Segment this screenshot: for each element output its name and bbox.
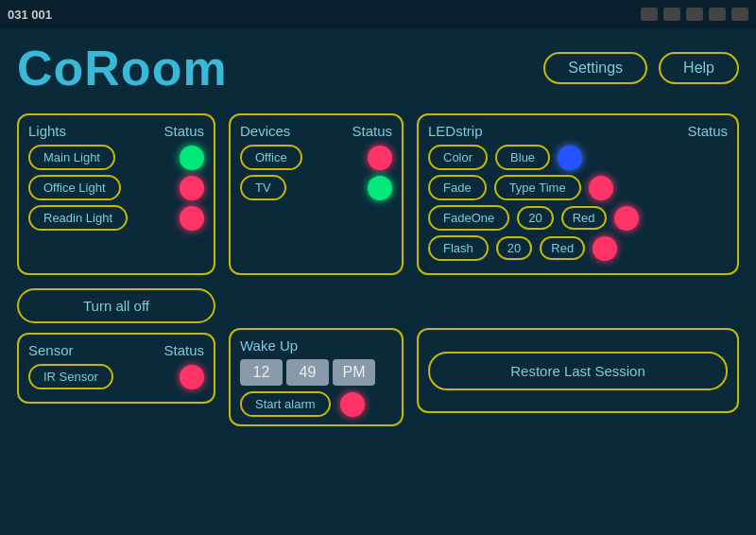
ir-sensor-dot [180, 365, 204, 389]
start-alarm-dot [340, 392, 365, 417]
header-buttons: Settings Help [543, 52, 739, 84]
sensor-title: Sensor [28, 342, 74, 358]
restore-session-button[interactable]: Restore Last Session [428, 352, 728, 390]
led-color-dot [558, 146, 582, 170]
lights-title: Lights [28, 123, 66, 139]
devices-panel: Devices Status Office TV [229, 113, 404, 275]
led-fadeone-dot [614, 206, 639, 231]
top-panels-row: Lights Status Main Light Office Light Re… [17, 113, 739, 275]
title-bar-icons [641, 8, 748, 21]
app-title: CoRoom [17, 40, 228, 96]
sensor-panel: Sensor Status IR Sensor [17, 333, 215, 404]
right-bottom: Restore Last Session [417, 285, 739, 413]
devices-panel-header: Devices Status [240, 123, 392, 139]
help-button[interactable]: Help [659, 52, 739, 84]
lights-panel-header: Lights Status [28, 123, 204, 139]
devices-row-1: Office [240, 145, 392, 170]
devices-row-2: TV [240, 175, 392, 200]
sensor-panel-header: Sensor Status [28, 342, 204, 358]
start-alarm-button[interactable]: Start alarm [240, 391, 331, 417]
tv-device-button[interactable]: TV [240, 175, 286, 200]
office-device-button[interactable]: Office [240, 145, 302, 170]
led-flash-row: Flash 20 Red [428, 235, 728, 261]
settings-button[interactable]: Settings [543, 52, 647, 84]
sensor-status-label: Status [163, 342, 204, 358]
led-flash-button[interactable]: Flash [428, 235, 489, 261]
led-fadeone-row: FadeOne 20 Red [428, 205, 728, 231]
led-color-value-button[interactable]: Blue [495, 145, 550, 170]
led-color-row: Color Blue [428, 145, 728, 170]
time-inputs [240, 359, 392, 386]
lights-row-3: Readin Light [28, 205, 204, 231]
restore-panel: Restore Last Session [417, 328, 739, 413]
middle-bottom: Wake Up Start alarm [229, 285, 404, 426]
turn-all-off-button[interactable]: Turn all off [17, 288, 215, 323]
led-fade-row: Fade Type Time [428, 175, 728, 200]
left-bottom: Turn all off Sensor Status IR Sensor [17, 285, 215, 404]
lights-status-label: Status [163, 123, 204, 139]
main-area: CoRoom Settings Help Lights Status Main … [0, 28, 756, 438]
header-row: CoRoom Settings Help [17, 40, 739, 96]
led-flash-color-button[interactable]: Red [540, 236, 585, 260]
office-light-dot [180, 176, 204, 200]
led-panel-header: LEDstrip Status [428, 123, 728, 139]
sensor-row-1: IR Sensor [28, 364, 204, 389]
lights-row-1: Main Light [28, 145, 204, 170]
wakeup-panel: Wake Up Start alarm [229, 328, 404, 426]
title-bar: 031 001 [0, 0, 756, 28]
lights-row-2: Office Light [28, 175, 204, 200]
hour-input[interactable] [240, 359, 283, 386]
led-status-label: Status [687, 123, 728, 139]
tb-icon-3 [686, 8, 703, 21]
devices-status-label: Status [352, 123, 392, 139]
start-alarm-row: Start alarm [240, 391, 392, 417]
led-flash-num-button[interactable]: 20 [496, 236, 532, 260]
led-fadeone-color-button[interactable]: Red [561, 206, 607, 230]
readin-light-button[interactable]: Readin Light [28, 205, 128, 231]
minute-input[interactable] [286, 359, 329, 386]
tb-icon-2 [663, 8, 680, 21]
led-fadeone-button[interactable]: FadeOne [428, 205, 509, 231]
office-device-dot [368, 146, 392, 170]
tb-icon-1 [641, 8, 658, 21]
led-fadeone-num-button[interactable]: 20 [517, 206, 553, 230]
devices-title: Devices [240, 123, 290, 139]
tb-icon-5 [731, 8, 748, 21]
led-title: LEDstrip [428, 123, 483, 139]
ampm-input[interactable] [333, 359, 375, 386]
wakeup-title: Wake Up [240, 337, 298, 354]
lights-panel: Lights Status Main Light Office Light Re… [17, 113, 215, 275]
main-light-button[interactable]: Main Light [28, 145, 115, 170]
bottom-section: Turn all off Sensor Status IR Sensor Wak… [17, 285, 739, 426]
led-fade-button[interactable]: Fade [428, 175, 487, 200]
wakeup-panel-header: Wake Up [240, 337, 392, 354]
tb-icon-4 [709, 8, 726, 21]
led-color-button[interactable]: Color [428, 145, 488, 170]
readin-light-dot [180, 206, 204, 231]
office-light-button[interactable]: Office Light [28, 175, 121, 200]
main-light-dot [180, 146, 204, 170]
led-flash-dot [593, 236, 617, 261]
led-fade-dot [589, 176, 613, 200]
led-panel: LEDstrip Status Color Blue Fade Type Tim… [417, 113, 739, 275]
tv-device-dot [368, 176, 392, 200]
led-fade-value-button[interactable]: Type Time [494, 175, 581, 200]
ir-sensor-button[interactable]: IR Sensor [28, 364, 113, 389]
title-bar-text: 031 001 [8, 8, 52, 22]
